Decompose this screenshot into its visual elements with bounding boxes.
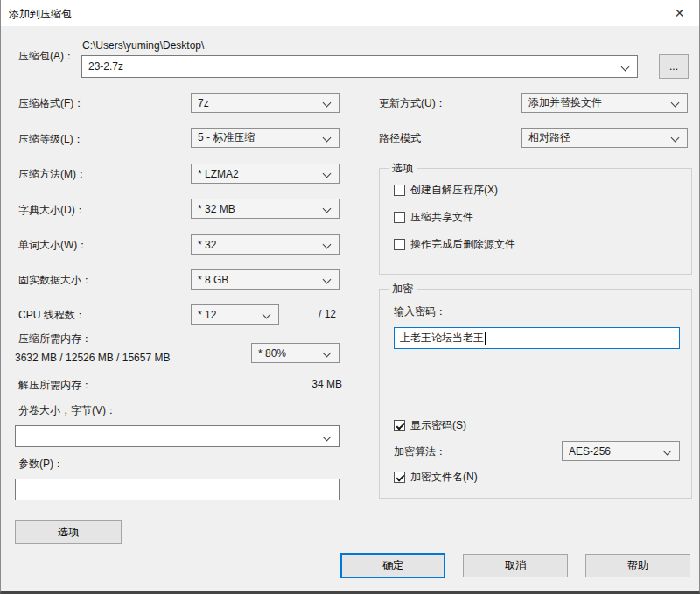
volume-size-label: 分卷大小，字节(V)： — [18, 403, 116, 418]
chevron-down-icon — [671, 134, 680, 143]
cancel-button[interactable]: 取消 — [463, 554, 568, 577]
cpu-threads-select[interactable]: * 12 — [191, 304, 279, 325]
method-label: 压缩方法(M)： — [18, 167, 87, 182]
archive-label: 压缩包(A)： — [18, 49, 74, 64]
memory-percent-select[interactable]: * 80% — [251, 343, 340, 363]
parameters-input[interactable] — [15, 479, 340, 500]
chevron-down-icon — [323, 134, 332, 143]
options-group-title: 选项 — [388, 161, 416, 176]
update-mode-label: 更新方式(U)： — [379, 96, 446, 111]
ok-button[interactable]: 确定 — [340, 553, 445, 578]
checkbox-show-password-label: 显示密码(S) — [410, 418, 466, 433]
parameters-label: 参数(P)： — [18, 457, 64, 472]
method-select[interactable]: * LZMA2 — [191, 164, 340, 184]
memory-compress-values: 3632 MB / 12526 MB / 15657 MB — [15, 352, 170, 364]
help-button[interactable]: 帮助 — [585, 554, 690, 577]
options-button-label: 选项 — [58, 525, 79, 540]
chevron-down-icon — [323, 241, 332, 249]
chevron-down-icon — [323, 433, 332, 442]
encryption-method-label: 加密算法： — [394, 444, 446, 459]
checkbox-icon — [394, 212, 405, 223]
close-icon: ✕ — [675, 6, 685, 20]
browse-button[interactable]: ... — [659, 54, 689, 79]
ok-button-label: 确定 — [382, 558, 403, 573]
chevron-down-icon — [323, 99, 332, 108]
chevron-down-icon — [621, 63, 630, 72]
checkbox-show-password[interactable]: 显示密码(S) — [394, 418, 466, 433]
titlebar: 添加到压缩包 ✕ — [1, 0, 699, 26]
word-size-select[interactable]: * 32 — [191, 234, 340, 255]
chevron-down-icon — [323, 205, 332, 213]
chevron-down-icon — [323, 349, 332, 358]
cpu-threads-max: / 12 — [318, 308, 336, 320]
password-input[interactable]: 上老王论坛当老王 — [394, 327, 680, 349]
path-mode-select[interactable]: 相对路径 — [522, 128, 688, 148]
dialog-title: 添加到压缩包 — [9, 7, 72, 22]
dictionary-select[interactable]: * 32 MB — [191, 199, 340, 219]
volume-size-combobox[interactable] — [15, 425, 340, 447]
chevron-down-icon — [663, 447, 672, 456]
checkbox-icon — [394, 185, 405, 196]
cpu-threads-label: CPU 线程数： — [18, 308, 86, 323]
encryption-method-select[interactable]: AES-256 — [562, 441, 680, 461]
options-button[interactable]: 选项 — [15, 520, 122, 544]
update-mode-select[interactable]: 添加并替换文件 — [522, 93, 688, 113]
memory-decompress-label: 解压所需内存： — [18, 378, 92, 393]
checkbox-icon — [394, 420, 405, 431]
help-button-label: 帮助 — [627, 558, 648, 573]
level-select[interactable]: 5 - 标准压缩 — [191, 128, 340, 148]
format-label: 压缩格式(F)： — [18, 96, 84, 111]
close-button[interactable]: ✕ — [660, 0, 699, 26]
checkbox-create-sfx[interactable]: 创建自解压程序(X) — [394, 183, 498, 198]
checkbox-delete-after[interactable]: 操作完成后删除源文件 — [394, 237, 515, 252]
chevron-down-icon — [262, 311, 271, 319]
archive-name-value: 23-2.7z — [88, 60, 123, 73]
encryption-group: 加密 输入密码： 上老王论坛当老王 显示密码(S) 加密算法： AES-256 … — [379, 289, 692, 499]
solid-block-select[interactable]: * 8 GB — [191, 269, 340, 290]
chevron-down-icon — [323, 170, 332, 178]
checkbox-icon — [394, 239, 405, 250]
memory-decompress-value: 34 MB — [263, 378, 342, 390]
dictionary-label: 字典大小(D)： — [18, 203, 86, 218]
checkbox-encrypt-filenames[interactable]: 加密文件名(N) — [394, 470, 478, 485]
format-select[interactable]: 7z — [191, 93, 340, 113]
checkbox-delete-after-label: 操作完成后删除源文件 — [410, 237, 515, 252]
level-label: 压缩等级(L)： — [18, 132, 84, 147]
cancel-button-label: 取消 — [505, 558, 526, 573]
solid-block-label: 固实数据大小： — [18, 273, 92, 288]
add-to-archive-dialog: 添加到压缩包 ✕ 压缩包(A)： C:\Users\yuming\Desktop… — [0, 0, 700, 594]
password-value: 上老王论坛当老王 — [400, 331, 484, 346]
archive-path: C:\Users\yuming\Desktop\ — [82, 39, 204, 52]
word-size-label: 单词大小(W)： — [18, 238, 88, 253]
browse-button-label: ... — [669, 60, 678, 73]
text-caret — [485, 332, 486, 345]
checkbox-create-sfx-label: 创建自解压程序(X) — [410, 183, 498, 198]
options-group: 选项 创建自解压程序(X) 压缩共享文件 操作完成后删除源文件 — [379, 168, 692, 275]
encryption-group-title: 加密 — [388, 282, 416, 297]
checkbox-encrypt-filenames-label: 加密文件名(N) — [410, 470, 478, 485]
chevron-down-icon — [323, 276, 332, 284]
password-label: 输入密码： — [394, 304, 446, 319]
checkbox-icon — [394, 472, 405, 483]
memory-compress-label: 压缩所需内存： — [18, 332, 92, 346]
archive-name-combobox[interactable]: 23-2.7z — [81, 55, 638, 78]
chevron-down-icon — [671, 99, 680, 108]
path-mode-label: 路径模式 — [379, 131, 421, 146]
checkbox-shared-files[interactable]: 压缩共享文件 — [394, 210, 473, 225]
checkbox-shared-files-label: 压缩共享文件 — [410, 210, 473, 225]
